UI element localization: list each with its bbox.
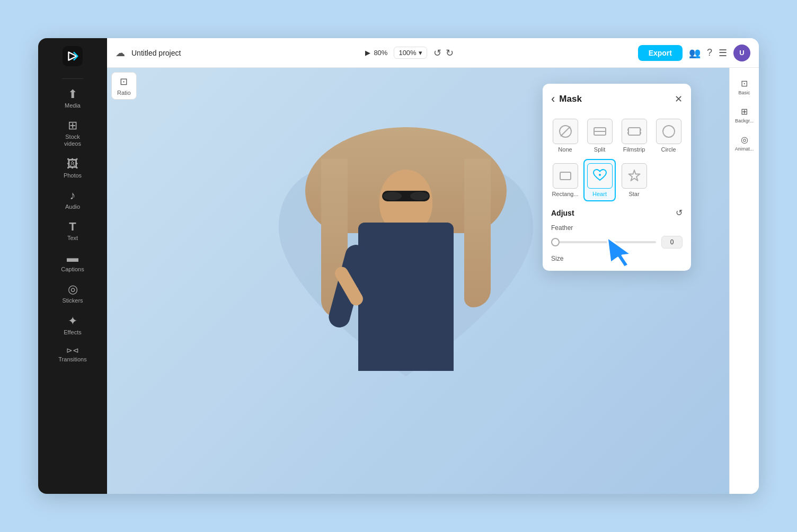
feather-thumb[interactable]: [551, 238, 560, 246]
ratio-button[interactable]: ⊡ Ratio: [111, 72, 137, 100]
mask-item-split[interactable]: Split: [583, 114, 616, 157]
mask-heart-label: Heart: [592, 191, 607, 197]
svg-line-2: [561, 127, 570, 136]
sidebar: ⬆ Media ⊞ Stockvideos 🖼 Photos ♪ Audio T…: [38, 38, 107, 494]
mask-item-filmstrip[interactable]: Filmstrip: [618, 114, 650, 157]
preview-percent: 80%: [374, 49, 387, 57]
background-icon: ⊞: [741, 107, 748, 117]
mask-star-label: Star: [628, 191, 639, 197]
mask-rectangle-icon: [553, 163, 578, 189]
animate-icon: ◎: [741, 135, 748, 145]
main-content: ☁ Untitled project ▶ 80% 100% ▾ ↺ ↻ E: [107, 38, 759, 494]
ratio-label: Ratio: [117, 90, 131, 96]
mask-item-star[interactable]: Star: [618, 159, 650, 201]
menu-icon[interactable]: ☰: [719, 47, 727, 59]
right-panel-background[interactable]: ⊞ Backgr...: [730, 102, 759, 128]
photos-icon: 🖼: [67, 158, 78, 170]
collab-icon[interactable]: 👥: [689, 47, 701, 59]
sidebar-item-transitions[interactable]: ⊳⊲ Transitions: [38, 341, 107, 368]
project-name[interactable]: Untitled project: [131, 49, 181, 57]
sidebar-item-label: Stockvideos: [64, 134, 81, 147]
cloud-icon[interactable]: ☁: [116, 47, 125, 59]
mask-grid: None Split: [543, 112, 691, 208]
app-logo[interactable]: [61, 45, 84, 68]
effects-icon: ✦: [68, 315, 77, 327]
redo-button[interactable]: ↻: [446, 47, 454, 59]
adjust-title: Adjust: [551, 209, 574, 217]
sidebar-item-stickers[interactable]: ◎ Stickers: [38, 278, 107, 309]
play-icon: ▶: [365, 49, 370, 57]
basic-icon: ⊡: [741, 78, 748, 88]
transitions-icon: ⊳⊲: [66, 347, 79, 354]
sidebar-item-stock-videos[interactable]: ⊞ Stockvideos: [38, 114, 107, 153]
undo-button[interactable]: ↺: [433, 47, 441, 59]
mask-none-label: None: [558, 146, 572, 153]
mask-circle-label: Circle: [661, 146, 676, 153]
svg-rect-11: [560, 172, 571, 180]
feather-slider[interactable]: [551, 241, 656, 243]
preview-button[interactable]: ▶ 80%: [365, 49, 387, 57]
feather-value[interactable]: 0: [661, 236, 683, 249]
right-panel-animate[interactable]: ◎ Animat...: [730, 130, 759, 156]
sidebar-item-effects[interactable]: ✦ Effects: [38, 310, 107, 341]
sidebar-item-label: Stickers: [62, 297, 83, 304]
adjust-header: Adjust ↺: [551, 208, 683, 218]
topbar: ☁ Untitled project ▶ 80% 100% ▾ ↺ ↻ E: [107, 38, 759, 68]
mask-split-label: Split: [594, 146, 605, 153]
mask-item-heart[interactable]: Heart: [583, 159, 616, 201]
person-photo: [305, 127, 507, 435]
help-icon[interactable]: ?: [707, 47, 712, 58]
sidebar-item-label: Photos: [64, 172, 82, 179]
mask-close-button[interactable]: ✕: [675, 93, 683, 105]
audio-icon: ♪: [70, 190, 76, 201]
stickers-icon: ◎: [68, 283, 78, 295]
topbar-center: ▶ 80% 100% ▾ ↺ ↻: [365, 47, 453, 59]
feather-label: Feather: [551, 224, 683, 232]
editor-area: ⊡ Ratio: [107, 68, 759, 494]
mask-panel: ‹ Mask ✕ None: [543, 84, 691, 271]
sidebar-item-media[interactable]: ⬆ Media: [38, 83, 107, 114]
undo-redo-group: ↺ ↻: [433, 47, 454, 59]
text-icon: T: [69, 221, 76, 233]
canvas-area[interactable]: ⊡ Ratio: [107, 68, 729, 494]
background-label: Backgr...: [735, 118, 754, 124]
right-panel: ⊡ Basic ⊞ Backgr... ◎ Animat...: [729, 68, 759, 494]
svg-rect-5: [628, 128, 640, 135]
svg-point-12: [599, 174, 601, 176]
mask-back-button[interactable]: ‹: [551, 92, 555, 106]
sidebar-item-text[interactable]: T Text: [38, 216, 107, 247]
topbar-right: Export 👥 ? ☰ U: [638, 45, 750, 61]
sidebar-item-audio[interactable]: ♪ Audio: [38, 184, 107, 216]
size-label: Size: [551, 255, 683, 262]
sidebar-item-label: Captions: [61, 266, 84, 273]
mask-item-rectangle[interactable]: Rectang...: [549, 159, 581, 201]
svg-point-10: [663, 126, 675, 137]
mask-panel-title: Mask: [559, 94, 670, 104]
mask-filmstrip-icon: [622, 119, 647, 144]
export-button[interactable]: Export: [638, 45, 683, 61]
mask-item-circle[interactable]: Circle: [652, 114, 685, 157]
stock-videos-icon: ⊞: [68, 120, 77, 131]
sidebar-item-captions[interactable]: ▬ Captions: [38, 247, 107, 278]
right-panel-basic[interactable]: ⊡ Basic: [730, 74, 759, 100]
mask-item-none[interactable]: None: [549, 114, 581, 157]
adjust-section: Adjust ↺ Feather 0 Size: [543, 208, 691, 262]
app-window: ⬆ Media ⊞ Stockvideos 🖼 Photos ♪ Audio T…: [38, 38, 759, 494]
adjust-reset-button[interactable]: ↺: [676, 208, 683, 218]
svg-rect-9: [640, 132, 641, 134]
sidebar-item-label: Audio: [65, 203, 80, 210]
zoom-chevron-icon: ▾: [419, 49, 422, 57]
mask-heart-icon: [587, 163, 613, 189]
sidebar-item-photos[interactable]: 🖼 Photos: [38, 153, 107, 184]
sidebar-item-label: Effects: [64, 329, 81, 336]
sidebar-item-label: Transitions: [58, 356, 86, 363]
captions-icon: ▬: [67, 252, 78, 264]
mask-none-icon: [553, 119, 578, 144]
zoom-selector[interactable]: 100% ▾: [394, 47, 427, 59]
user-avatar[interactable]: U: [733, 45, 750, 61]
feather-row: 0: [551, 236, 683, 249]
mask-rectangle-label: Rectang...: [552, 191, 578, 197]
svg-rect-0: [63, 46, 83, 66]
mask-filmstrip-label: Filmstrip: [623, 146, 645, 153]
mask-panel-header: ‹ Mask ✕: [543, 84, 691, 112]
